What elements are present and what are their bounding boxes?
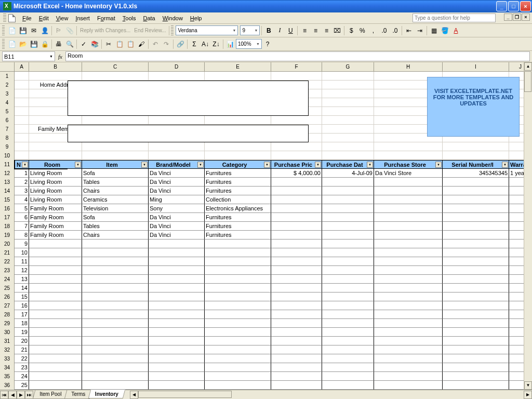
- row-header[interactable]: 22: [0, 257, 15, 267]
- cell[interactable]: [29, 310, 82, 319]
- doc-close-button[interactable]: ×: [522, 14, 530, 21]
- menu-edit[interactable]: Edit: [35, 14, 52, 22]
- cell[interactable]: [271, 345, 322, 354]
- row-header[interactable]: 3: [0, 89, 15, 99]
- scroll-thumb[interactable]: [524, 71, 531, 92]
- menu-help[interactable]: Help: [187, 14, 206, 22]
- cell[interactable]: [205, 310, 271, 319]
- cell[interactable]: [374, 248, 443, 257]
- cell[interactable]: [82, 363, 149, 372]
- cell[interactable]: [15, 72, 29, 81]
- cell-store[interactable]: [374, 204, 443, 213]
- cell[interactable]: [443, 310, 509, 319]
- scroll-thumb[interactable]: [138, 391, 232, 398]
- cell[interactable]: [271, 354, 322, 363]
- cell-no[interactable]: 23: [15, 363, 29, 372]
- worksheet[interactable]: ABCDEFGHIJ VISIT EXCELTEMPLATE.NET FOR M…: [0, 62, 532, 399]
- cell[interactable]: [149, 381, 205, 390]
- cell-no[interactable]: 6: [15, 213, 29, 222]
- cell[interactable]: [205, 337, 271, 345]
- cell[interactable]: [443, 257, 509, 266]
- print-icon[interactable]: 🖶: [54, 39, 64, 49]
- cell[interactable]: [29, 284, 82, 292]
- cell[interactable]: [205, 72, 271, 81]
- cell[interactable]: [322, 89, 374, 98]
- cell[interactable]: [205, 381, 271, 390]
- align-center-icon[interactable]: ≡: [310, 25, 321, 36]
- cell[interactable]: [205, 151, 271, 160]
- cell[interactable]: [271, 292, 322, 301]
- cell[interactable]: [271, 240, 322, 248]
- new-doc-icon[interactable]: 📄: [7, 25, 17, 36]
- cell[interactable]: [29, 381, 82, 390]
- cell[interactable]: [82, 319, 149, 328]
- cell-category[interactable]: Furnitures: [205, 169, 271, 178]
- column-header-F[interactable]: F: [271, 62, 322, 72]
- cell-no[interactable]: 3: [15, 187, 29, 195]
- cell[interactable]: [374, 240, 443, 248]
- cell[interactable]: [15, 81, 29, 89]
- cell-brand[interactable]: Da Vinci: [149, 231, 205, 240]
- cell[interactable]: [205, 292, 271, 301]
- cell[interactable]: [443, 151, 509, 160]
- cell[interactable]: [149, 266, 205, 275]
- sort-desc-icon[interactable]: Z↓: [211, 39, 221, 49]
- cell-store[interactable]: [374, 187, 443, 195]
- cell-room[interactable]: Family Room: [29, 213, 82, 222]
- cell[interactable]: [443, 372, 509, 381]
- cell[interactable]: [271, 381, 322, 390]
- cell[interactable]: [29, 248, 82, 257]
- cell[interactable]: [15, 98, 29, 107]
- row-header[interactable]: 30: [0, 328, 15, 337]
- cell[interactable]: [149, 72, 205, 81]
- column-header-C[interactable]: C: [82, 62, 149, 72]
- cell[interactable]: [322, 116, 374, 125]
- cell[interactable]: [322, 345, 374, 354]
- permission-icon[interactable]: 🔒: [39, 39, 50, 49]
- row-header[interactable]: 31: [0, 337, 15, 346]
- column-header-E[interactable]: E: [205, 62, 271, 72]
- cell[interactable]: [29, 372, 82, 381]
- cell[interactable]: [29, 301, 82, 310]
- menu-data[interactable]: Data: [139, 14, 158, 22]
- cell[interactable]: [29, 328, 82, 337]
- row-header[interactable]: 25: [0, 284, 15, 293]
- cell[interactable]: [82, 72, 149, 81]
- cell-no[interactable]: 25: [15, 381, 29, 390]
- preview-icon[interactable]: 🔍: [64, 39, 75, 49]
- align-right-icon[interactable]: ≡: [321, 25, 331, 36]
- row-header[interactable]: 8: [0, 134, 15, 143]
- cell-price[interactable]: $ 4,000.00: [271, 169, 322, 178]
- cell[interactable]: [149, 328, 205, 337]
- name-box[interactable]: B11▼: [2, 51, 55, 61]
- cell-no[interactable]: 12: [15, 266, 29, 275]
- autosum-icon[interactable]: Σ: [189, 39, 200, 49]
- cell-brand[interactable]: Da Vinci: [149, 169, 205, 178]
- cell-item[interactable]: Chairs: [82, 231, 149, 240]
- cell[interactable]: [82, 345, 149, 354]
- cell-price[interactable]: [271, 187, 322, 195]
- cell[interactable]: [443, 381, 509, 390]
- cell[interactable]: [443, 301, 509, 310]
- cell[interactable]: [82, 275, 149, 284]
- cell[interactable]: [322, 266, 374, 275]
- help-icon[interactable]: ?: [262, 39, 273, 49]
- row-header[interactable]: 7: [0, 125, 15, 134]
- italic-button[interactable]: I: [274, 25, 285, 36]
- cell[interactable]: [205, 142, 271, 151]
- sort-asc-icon[interactable]: A↓: [200, 39, 210, 49]
- cell-price[interactable]: [271, 195, 322, 204]
- cell[interactable]: [205, 363, 271, 372]
- cell-no[interactable]: 19: [15, 328, 29, 337]
- table-header-item[interactable]: Item▼: [82, 160, 149, 169]
- cell-brand[interactable]: Da Vinci: [149, 178, 205, 187]
- select-all-corner[interactable]: [0, 62, 15, 72]
- row-header[interactable]: 24: [0, 275, 15, 284]
- sheet-tab-inventory[interactable]: Inventory: [88, 390, 126, 398]
- scroll-left-icon[interactable]: ◀: [130, 391, 138, 399]
- cell[interactable]: [205, 266, 271, 275]
- cell[interactable]: [443, 345, 509, 354]
- decrease-decimal-icon[interactable]: .0: [390, 25, 400, 36]
- doc-restore-button[interactable]: ❐: [513, 14, 521, 21]
- cell-serial[interactable]: [443, 187, 509, 195]
